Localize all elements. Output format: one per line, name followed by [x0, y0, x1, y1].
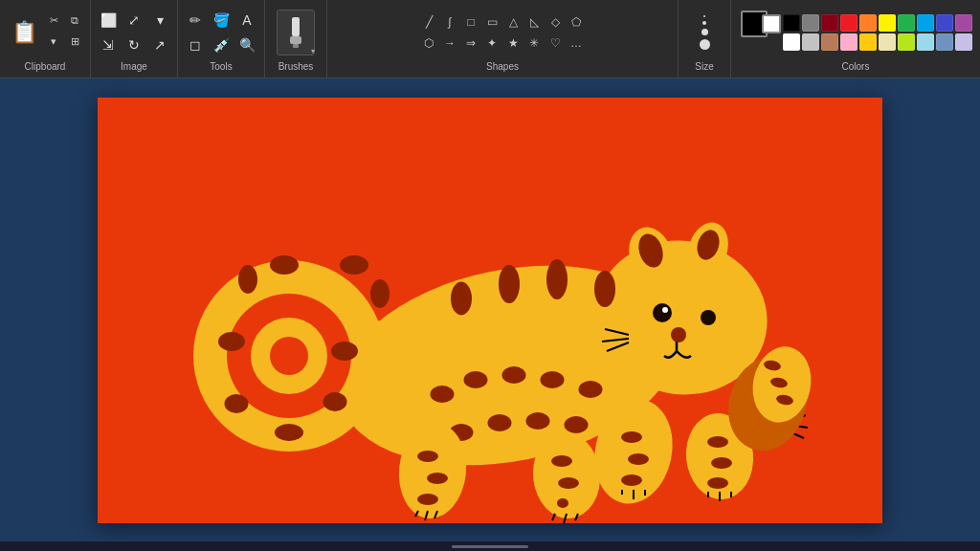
brushes-label: Brushes — [278, 61, 314, 74]
size-2[interactable] — [702, 21, 706, 25]
color-swatch-7[interactable] — [917, 14, 934, 32]
shape-more[interactable]: … — [567, 33, 586, 53]
pencil-button[interactable]: ✏ — [184, 9, 207, 32]
brush-selected-button[interactable]: ▾ — [277, 10, 315, 55]
callout-tool[interactable]: ♡ — [546, 33, 565, 53]
color-swatch-11[interactable] — [802, 33, 819, 51]
taskbar — [0, 541, 980, 551]
clipboard-label: Clipboard — [6, 61, 84, 74]
rightangle-tool[interactable]: ◺ — [524, 12, 544, 32]
main-area — [0, 78, 980, 541]
diamond-tool[interactable]: ◇ — [546, 12, 565, 32]
text-button[interactable]: A — [235, 9, 258, 32]
image-group: ⬜ ⤢ ▾ ⇲ ↻ ↗ Image — [91, 0, 178, 77]
color-swatch-1[interactable] — [802, 14, 819, 32]
color-swatch-8[interactable] — [936, 14, 953, 32]
rect-tool[interactable]: □ — [461, 12, 480, 32]
copy-button[interactable]: ⧉ — [65, 11, 84, 30]
colors-group: Colors — [731, 0, 980, 77]
cut-button[interactable]: ✂ — [44, 11, 63, 30]
color-swatch-4[interactable] — [859, 14, 877, 32]
crop-button[interactable]: ⤢ — [122, 9, 145, 32]
shapes-label: Shapes — [333, 61, 672, 74]
color-swatch-16[interactable] — [898, 33, 915, 51]
arrow-tool[interactable]: → — [440, 33, 459, 53]
rotate-button[interactable]: ↻ — [122, 33, 145, 56]
size-3[interactable] — [702, 29, 708, 35]
star4-tool[interactable]: ✦ — [482, 33, 501, 53]
svg-rect-2 — [293, 44, 299, 48]
drawing-canvas[interactable] — [98, 98, 882, 523]
magnifier-button[interactable]: 🔍 — [235, 33, 258, 56]
brushes-group: ▾ Brushes — [265, 0, 327, 77]
color-swatch-18[interactable] — [936, 33, 953, 51]
color-swatch-19[interactable] — [955, 33, 972, 51]
taskbar-indicator — [452, 545, 528, 548]
star6-tool[interactable]: ✳ — [524, 33, 544, 53]
arrow2-tool[interactable]: ⇒ — [461, 33, 480, 53]
triangle-tool[interactable]: △ — [503, 12, 523, 32]
toolbar: 📋 ✂ ⧉ ▾ ⊞ Clipboard ⬜ ⤢ ▾ ⇲ — [0, 0, 980, 78]
resize-button[interactable]: ⇲ — [97, 33, 120, 56]
svg-rect-1 — [290, 36, 301, 44]
color-swatch-0[interactable] — [783, 14, 800, 32]
shapes-group: ╱ ∫ □ ▭ △ ◺ ◇ ⬠ ⬡ → ⇒ ✦ ★ ✳ ♡ … — [327, 0, 679, 77]
size-4[interactable] — [700, 39, 710, 50]
background-color[interactable] — [762, 14, 781, 33]
select-extra-button[interactable]: ▾ — [148, 9, 171, 32]
size-1[interactable] — [703, 15, 705, 17]
paste-down-button[interactable]: ▾ — [44, 32, 63, 51]
color-swatch-2[interactable] — [821, 14, 838, 32]
color-swatch-12[interactable] — [821, 33, 838, 51]
fill-button[interactable]: 🪣 — [210, 9, 233, 32]
tools-group: ✏ 🪣 A ◻ 💉 🔍 Tools — [178, 0, 265, 77]
colorpicker-button[interactable]: 💉 — [210, 33, 233, 56]
svg-rect-0 — [292, 17, 300, 36]
eraser-button[interactable]: ◻ — [184, 33, 207, 56]
size-label: Size — [695, 61, 713, 74]
line-tool[interactable]: ╱ — [419, 12, 438, 32]
paste-button[interactable]: 📋 — [6, 11, 42, 55]
color-swatch-5[interactable] — [879, 14, 896, 32]
canvas-container — [98, 98, 882, 523]
star5-tool[interactable]: ★ — [503, 33, 523, 53]
color-swatch-3[interactable] — [840, 14, 858, 32]
skew-button[interactable]: ↗ — [148, 33, 171, 56]
pentagon-tool[interactable]: ⬠ — [567, 12, 586, 32]
image-label: Image — [97, 61, 171, 74]
color-swatch-10[interactable] — [783, 33, 800, 51]
clipboard-group: 📋 ✂ ⧉ ▾ ⊞ Clipboard — [0, 0, 91, 77]
color-swatch-6[interactable] — [898, 14, 915, 32]
color-swatch-13[interactable] — [840, 33, 858, 51]
clipboard-extra-button[interactable]: ⊞ — [65, 32, 84, 51]
colors-label: Colors — [739, 61, 972, 74]
size-group: Size — [679, 0, 731, 77]
color-swatch-17[interactable] — [917, 33, 934, 51]
color-swatch-15[interactable] — [879, 33, 896, 51]
color-swatch-9[interactable] — [955, 14, 972, 32]
color-swatch-14[interactable] — [859, 33, 877, 51]
select-rect-button[interactable]: ⬜ — [97, 9, 120, 32]
roundrect-tool[interactable]: ▭ — [482, 12, 501, 32]
curve-tool[interactable]: ∫ — [440, 12, 459, 32]
tools-label: Tools — [184, 61, 258, 74]
hexagon-tool[interactable]: ⬡ — [419, 33, 438, 53]
